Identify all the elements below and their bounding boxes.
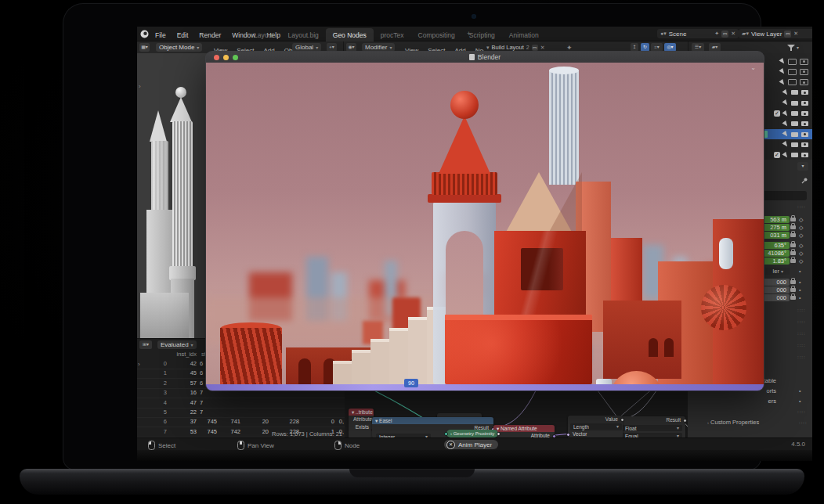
new-node-tree-button[interactable]: ▭: [532, 45, 538, 51]
menu-edit[interactable]: Edit: [172, 28, 194, 42]
selectable-icon[interactable]: [782, 131, 789, 138]
selectable-icon[interactable]: [779, 58, 786, 65]
remove-view-layer-icon[interactable]: ✕: [793, 31, 798, 37]
render-view-collapse-icon[interactable]: ⌄: [750, 64, 756, 71]
compare-node[interactable]: Result Float▾ Equal▾: [619, 416, 685, 438]
hide-render-icon[interactable]: [800, 69, 808, 75]
tab-proctex[interactable]: procTex: [374, 28, 411, 42]
panel-grip[interactable]: ::::: [797, 308, 807, 311]
hide-viewport-icon[interactable]: [791, 132, 798, 137]
pin-id-icon[interactable]: [801, 177, 808, 184]
geometry-proximity-node[interactable]: › Geometry Proximity: [446, 430, 498, 437]
selectable-icon[interactable]: [779, 68, 786, 75]
outliner-scene-icon[interactable]: ▰▾: [709, 43, 721, 52]
vector-math-node[interactable]: Value Length▾ Vector: [568, 416, 623, 438]
lock-icon[interactable]: [790, 259, 796, 263]
unlink-node-tree-icon[interactable]: ✕: [540, 45, 545, 51]
properties-dropdown-icon[interactable]: ▾: [797, 162, 808, 171]
hide-viewport-icon[interactable]: [791, 90, 798, 95]
custom-properties-panel[interactable]: › Custom Properties ::::: [688, 418, 812, 428]
lock-icon[interactable]: [790, 225, 796, 229]
animate-dot-icon[interactable]: •: [799, 398, 801, 405]
tab-layout[interactable]: Layout: [247, 28, 281, 42]
node-editor-type-icon[interactable]: ◉▾: [346, 43, 356, 52]
scene-selector[interactable]: ●▾ Scene ✦ ▭ ✕: [657, 29, 739, 38]
hide-render-icon[interactable]: [801, 90, 808, 95]
tab-geo-nodes[interactable]: Geo Nodes: [326, 28, 374, 42]
panel-grip[interactable]: ::::: [797, 320, 807, 323]
node-header[interactable]: ▾ Named Attribute: [493, 425, 555, 432]
parent-snap-icon[interactable]: ↥: [631, 43, 638, 52]
animate-dot-icon[interactable]: •: [799, 268, 801, 275]
animate-dot-icon[interactable]: •: [799, 286, 801, 293]
hide-render-icon[interactable]: [800, 79, 808, 85]
outliner-display-mode-icon[interactable]: ☰▾: [692, 43, 704, 52]
anim-player-job[interactable]: ✕ Anim Player: [444, 440, 498, 449]
selectable-icon[interactable]: [782, 141, 789, 148]
hide-viewport-icon[interactable]: [791, 142, 798, 147]
pin-icon[interactable]: ✦: [714, 31, 719, 37]
hide-viewport-icon[interactable]: [791, 101, 798, 106]
new-scene-button[interactable]: ▭: [721, 31, 728, 38]
lock-icon[interactable]: [790, 233, 796, 237]
pin-node-tree-icon[interactable]: ✦: [566, 44, 573, 52]
hide-viewport-icon[interactable]: [791, 111, 798, 116]
snapping-dropdown-icon[interactable]: ⌗▾: [651, 43, 663, 52]
named-attribute-node-left[interactable]: ▾ ..tribute Attribute Exists: [349, 409, 374, 438]
hide-viewport-icon[interactable]: [788, 59, 797, 65]
named-attribute-node[interactable]: ▾ Named Attribute Attribute: [493, 425, 555, 438]
collection-checkbox[interactable]: ✓: [774, 110, 780, 117]
new-view-layer-button[interactable]: ▭: [784, 31, 791, 38]
keyframe-diamond-icon[interactable]: ◇: [799, 216, 803, 223]
node-header[interactable]: ▾ Easel: [372, 417, 493, 424]
auto-offset-icon[interactable]: ↻: [641, 43, 649, 52]
length-dropdown[interactable]: Length▾: [570, 423, 622, 430]
transform-orientation-dropdown[interactable]: Global▾: [292, 43, 321, 52]
tab-layout-big[interactable]: Layout.big: [281, 28, 326, 42]
collection-checkbox[interactable]: ✓: [774, 152, 780, 158]
panel-grip[interactable]: ::::: [797, 355, 807, 358]
spreadsheet-editor-icon[interactable]: ⊞▾: [139, 340, 152, 349]
filter-dropdown-icon[interactable]: ▾: [797, 45, 799, 50]
hide-viewport-icon[interactable]: [788, 69, 797, 75]
unlink-scene-icon[interactable]: ✕: [731, 31, 735, 37]
keyframe-diamond-icon[interactable]: ◇: [799, 257, 803, 265]
panel-grip[interactable]: ::::: [797, 410, 807, 413]
selectable-icon[interactable]: [782, 99, 789, 106]
panel-grip[interactable]: ::::: [797, 205, 807, 208]
selectable-icon[interactable]: [782, 121, 789, 128]
keyframe-diamond-icon[interactable]: ◇: [799, 250, 803, 257]
lock-icon[interactable]: [790, 280, 796, 284]
node-header[interactable]: ▾ ..tribute: [349, 409, 374, 416]
dataset-dropdown[interactable]: Evaluated▾: [157, 340, 197, 349]
cancel-job-icon[interactable]: ✕: [446, 441, 455, 449]
lock-icon[interactable]: [790, 296, 796, 300]
hide-render-icon[interactable]: [801, 101, 808, 106]
column-header-inst-idx[interactable]: inst_idx: [165, 351, 197, 358]
node-tree-selector[interactable]: ▾ Build Layout 2 ▭ ✕: [483, 43, 566, 52]
animate-dot-icon[interactable]: •: [799, 279, 801, 286]
tab-animation[interactable]: Animation: [502, 28, 546, 42]
add-workspace-button[interactable]: +: [460, 27, 478, 41]
hide-viewport-icon[interactable]: [791, 121, 798, 126]
tab-compositing[interactable]: Compositing: [411, 28, 462, 42]
view-layer-selector[interactable]: ▰▾ View Layer ▭ ✕: [739, 29, 812, 38]
selectable-icon[interactable]: [782, 110, 789, 117]
selectable-icon[interactable]: [779, 78, 786, 85]
selectable-icon[interactable]: [782, 89, 789, 96]
hide-render-icon[interactable]: [801, 121, 808, 126]
panel-grip[interactable]: ::::: [799, 421, 808, 424]
panel-grip[interactable]: ::::: [797, 344, 807, 347]
float-dropdown[interactable]: Float▾: [622, 425, 682, 431]
viewport-editor-type-icon[interactable]: ▦▾: [139, 43, 150, 52]
animate-dot-icon[interactable]: •: [799, 294, 801, 301]
lock-icon[interactable]: [790, 218, 796, 221]
hide-viewport-icon[interactable]: [788, 79, 797, 85]
keyframe-diamond-icon[interactable]: ◇: [799, 242, 803, 249]
selectable-icon[interactable]: [782, 152, 789, 159]
lock-icon[interactable]: [790, 251, 796, 255]
hide-render-icon[interactable]: [801, 142, 808, 147]
snap-dropdown-icon[interactable]: ⌖▾: [327, 43, 337, 52]
render-window[interactable]: Blender: [206, 52, 764, 391]
animate-dot-icon[interactable]: •: [799, 387, 801, 394]
